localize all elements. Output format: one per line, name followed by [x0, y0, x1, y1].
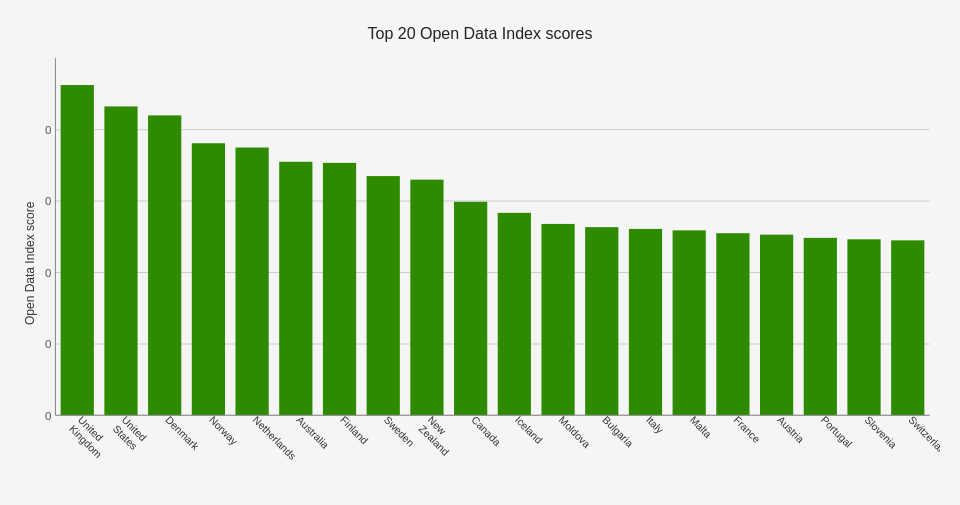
svg-text:Moldova: Moldova — [557, 414, 593, 450]
svg-text:Netherlands: Netherlands — [251, 414, 298, 462]
svg-text:Bulgaria: Bulgaria — [600, 414, 635, 449]
svg-text:NewZealand: NewZealand — [417, 414, 460, 458]
svg-text:Slovenia: Slovenia — [863, 414, 899, 450]
svg-text:Denmark: Denmark — [163, 414, 201, 452]
svg-rect-17 — [323, 163, 356, 415]
svg-text:Australia: Australia — [294, 414, 330, 451]
chart-container: Top 20 Open Data Index scores Open Data … — [0, 0, 960, 505]
svg-text:Malta: Malta — [688, 414, 714, 440]
svg-rect-23 — [585, 227, 618, 415]
svg-rect-16 — [279, 162, 312, 416]
svg-text:Portugal: Portugal — [819, 414, 854, 449]
svg-rect-14 — [192, 143, 225, 415]
chart-area: Open Data Index score 0200400600800Unite… — [20, 53, 940, 473]
svg-rect-0 — [55, 58, 929, 415]
svg-rect-30 — [891, 240, 924, 415]
svg-rect-28 — [804, 238, 837, 415]
svg-rect-27 — [760, 235, 793, 416]
svg-text:Italy: Italy — [644, 414, 666, 436]
grid-and-bars: 0200400600800UnitedKingdomUnitedStatesDe… — [45, 53, 940, 494]
svg-rect-24 — [629, 229, 662, 415]
svg-text:UnitedKingdom: UnitedKingdom — [67, 414, 113, 460]
svg-rect-11 — [61, 85, 94, 415]
svg-rect-21 — [498, 213, 531, 415]
svg-text:400: 400 — [45, 267, 51, 279]
svg-text:Canada: Canada — [469, 414, 503, 448]
svg-text:UnitedStates: UnitedStates — [111, 414, 149, 452]
svg-text:600: 600 — [45, 195, 51, 207]
chart-svg: 0200400600800UnitedKingdomUnitedStatesDe… — [45, 53, 940, 494]
svg-text:Norway: Norway — [207, 414, 240, 447]
svg-text:Switzerland: Switzerland — [906, 414, 940, 460]
y-axis-label: Open Data Index score — [20, 53, 40, 473]
svg-rect-26 — [716, 233, 749, 415]
svg-text:Iceland: Iceland — [513, 414, 545, 446]
chart-inner: 0200400600800UnitedKingdomUnitedStatesDe… — [45, 53, 940, 473]
svg-rect-25 — [673, 230, 706, 415]
svg-text:800: 800 — [45, 124, 51, 136]
chart-title: Top 20 Open Data Index scores — [20, 20, 940, 43]
svg-text:Finland: Finland — [338, 414, 370, 446]
svg-rect-18 — [367, 176, 400, 415]
svg-text:France: France — [731, 414, 762, 445]
svg-rect-12 — [104, 106, 137, 415]
svg-text:0: 0 — [45, 409, 51, 421]
svg-rect-29 — [847, 239, 880, 415]
svg-rect-15 — [235, 148, 268, 416]
svg-rect-13 — [148, 115, 181, 415]
svg-rect-22 — [541, 224, 574, 415]
svg-rect-20 — [454, 202, 487, 416]
svg-rect-19 — [410, 180, 443, 416]
svg-text:200: 200 — [45, 338, 51, 350]
svg-text:Austria: Austria — [775, 414, 806, 445]
svg-text:Sweden: Sweden — [382, 414, 416, 449]
